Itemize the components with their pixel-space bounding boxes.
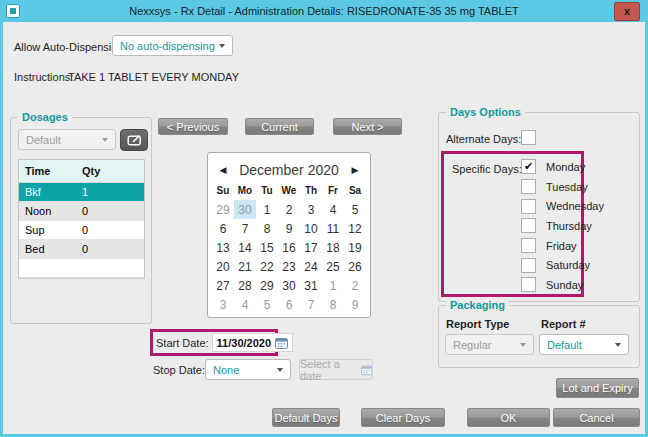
start-date-value: 11/30/2020 [217, 337, 271, 349]
calendar-icon [361, 364, 372, 376]
ok-button[interactable]: OK [467, 408, 550, 427]
instructions-label: Instructions: [14, 71, 73, 83]
day-checkbox[interactable] [521, 258, 536, 273]
calendar-day[interactable]: 4 [234, 295, 256, 314]
weekday-label: Fr [322, 185, 344, 196]
day-checkbox[interactable] [521, 179, 536, 194]
calendar-day[interactable]: 3 [212, 295, 234, 314]
calendar-day[interactable]: 26 [344, 257, 366, 276]
report-number-dropdown[interactable]: Default [539, 334, 629, 355]
calendar-prev-icon[interactable]: ◀ [214, 165, 232, 175]
calendar-day[interactable]: 30 [278, 276, 300, 295]
table-row[interactable] [19, 259, 144, 278]
close-button[interactable]: x [614, 2, 640, 21]
weekday-label: Sa [344, 185, 366, 196]
edit-icon [127, 134, 142, 146]
calendar-day[interactable]: 20 [212, 257, 234, 276]
calendar-day[interactable]: 1 [256, 200, 278, 219]
calendar-day[interactable]: 5 [344, 200, 366, 219]
table-row[interactable]: Bkf1 [19, 183, 144, 202]
calendar-grid: 2930123456789101112131415161718192021222… [212, 200, 366, 314]
select-date-button[interactable]: Select a date [299, 359, 373, 380]
dosage-qty: 0 [76, 205, 144, 217]
calendar-day[interactable]: 6 [212, 219, 234, 238]
previous-button[interactable]: < Previous [158, 118, 228, 135]
calendar-day[interactable]: 11 [322, 219, 344, 238]
table-row[interactable]: Bed0 [19, 240, 144, 259]
calendar-day[interactable]: 12 [344, 219, 366, 238]
calendar-day[interactable]: 10 [300, 219, 322, 238]
calendar-day[interactable]: 9 [278, 219, 300, 238]
clear-days-button[interactable]: Clear Days [361, 408, 445, 427]
dosage-time: Noon [19, 205, 76, 217]
calendar-next-icon[interactable]: ▶ [346, 165, 364, 175]
calendar-day[interactable]: 8 [322, 295, 344, 314]
calendar-day[interactable]: 17 [300, 238, 322, 257]
calendar-day[interactable]: 31 [300, 276, 322, 295]
calendar-day[interactable]: 24 [300, 257, 322, 276]
select-date-label: Select a date [300, 358, 357, 382]
chevron-down-icon [277, 368, 283, 372]
day-checkbox[interactable] [521, 238, 536, 253]
auto-dispensing-dropdown[interactable]: No auto-dispensing [112, 35, 233, 56]
calendar-weekdays: SuMoTuWeThFrSa [212, 185, 366, 196]
calendar-day[interactable]: 18 [322, 238, 344, 257]
day-label: Sunday [546, 279, 583, 291]
calendar-day[interactable]: 5 [256, 295, 278, 314]
day-label: Tuesday [546, 181, 588, 193]
calendar-day[interactable]: 19 [344, 238, 366, 257]
calendar-day[interactable]: 29 [212, 200, 234, 219]
calendar-day[interactable]: 29 [256, 276, 278, 295]
table-row[interactable]: Noon0 [19, 202, 144, 221]
calendar-day[interactable]: 25 [322, 257, 344, 276]
calendar-day[interactable]: 13 [212, 238, 234, 257]
weekday-label: Mo [234, 185, 256, 196]
next-button[interactable]: Next > [333, 118, 402, 135]
calendar-day[interactable]: 22 [256, 257, 278, 276]
calendar-day[interactable]: 3 [300, 200, 322, 219]
calendar-day[interactable]: 30 [234, 200, 256, 219]
stop-date-dropdown[interactable]: None [205, 359, 291, 380]
calendar-day[interactable]: 15 [256, 238, 278, 257]
lot-and-expiry-button[interactable]: Lot and Expiry [556, 378, 639, 398]
alternate-days-label: Alternate Days: [446, 133, 521, 145]
calendar-day[interactable]: 21 [234, 257, 256, 276]
report-type-dropdown[interactable]: Regular [445, 334, 534, 355]
start-date-field[interactable]: 11/30/2020 [212, 333, 293, 352]
specific-day-row: Sunday [521, 275, 581, 295]
calendar-day[interactable]: 8 [256, 219, 278, 238]
calendar-day[interactable]: 28 [234, 276, 256, 295]
calendar-day[interactable]: 2 [278, 200, 300, 219]
calendar-day[interactable]: 14 [234, 238, 256, 257]
calendar-day[interactable]: 2 [344, 276, 366, 295]
dosage-qty: 0 [76, 243, 144, 255]
stop-date-value: None [213, 364, 273, 376]
start-date-label: Start Date: [156, 337, 209, 349]
calendar-day[interactable]: 4 [322, 200, 344, 219]
calendar-day[interactable]: 23 [278, 257, 300, 276]
calendar-day[interactable]: 16 [278, 238, 300, 257]
edit-dosage-button[interactable] [120, 129, 148, 151]
day-checkbox[interactable] [521, 199, 536, 214]
day-checkbox[interactable] [521, 277, 536, 292]
calendar-month-label[interactable]: December 2020 [232, 162, 346, 178]
alternate-days-checkbox[interactable] [521, 130, 536, 145]
table-row[interactable]: Sup0 [19, 221, 144, 240]
dosage-preset-dropdown[interactable]: Default [18, 129, 116, 150]
calendar-day[interactable]: 27 [212, 276, 234, 295]
day-checkbox[interactable]: ✔ [521, 159, 536, 174]
calendar-day[interactable]: 9 [344, 295, 366, 314]
default-days-button[interactable]: Default Days [272, 408, 340, 427]
report-type-label: Report Type [446, 318, 509, 330]
calendar-day[interactable]: 7 [234, 219, 256, 238]
calendar-day[interactable]: 7 [300, 295, 322, 314]
current-button[interactable]: Current [245, 118, 314, 135]
calendar-day[interactable]: 1 [322, 276, 344, 295]
weekday-label: Su [212, 185, 234, 196]
cancel-button[interactable]: Cancel [553, 408, 640, 427]
day-checkbox[interactable] [521, 218, 536, 233]
dosage-qty: 1 [76, 186, 144, 198]
dialog-window: Nexxsys - Rx Detail - Administration Det… [0, 0, 648, 437]
calendar-day[interactable]: 6 [278, 295, 300, 314]
highlight-specific-days: Specific Days: ✔MondayTuesdayWednesdayTh… [441, 151, 584, 297]
